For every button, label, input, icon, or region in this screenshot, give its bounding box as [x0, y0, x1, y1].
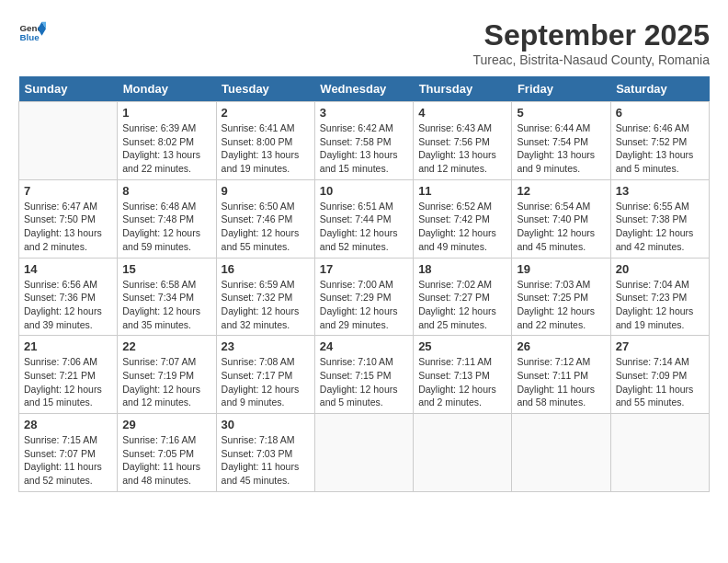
- calendar-cell: 3Sunrise: 6:42 AMSunset: 7:58 PMDaylight…: [314, 102, 413, 180]
- day-info: Sunrise: 6:46 AMSunset: 7:52 PMDaylight:…: [616, 121, 704, 176]
- weekday-header-row: SundayMondayTuesdayWednesdayThursdayFrid…: [19, 76, 710, 102]
- calendar-cell: 18Sunrise: 7:02 AMSunset: 7:27 PMDayligh…: [414, 258, 512, 336]
- day-info: Sunrise: 6:51 AMSunset: 7:44 PMDaylight:…: [320, 200, 408, 254]
- day-info: Sunrise: 7:03 AMSunset: 7:25 PMDaylight:…: [517, 278, 605, 332]
- title-area: September 2025 Tureac, Bistrita-Nasaud C…: [472, 18, 710, 67]
- calendar-cell: [314, 414, 413, 492]
- week-row-4: 21Sunrise: 7:06 AMSunset: 7:21 PMDayligh…: [19, 336, 710, 414]
- calendar-cell: 27Sunrise: 7:14 AMSunset: 7:09 PMDayligh…: [610, 336, 709, 414]
- weekday-header-friday: Friday: [512, 76, 610, 102]
- day-number: 19: [517, 262, 605, 276]
- day-info: Sunrise: 6:39 AMSunset: 8:02 PMDaylight:…: [122, 121, 210, 176]
- day-number: 24: [320, 339, 408, 353]
- calendar-cell: 4Sunrise: 6:43 AMSunset: 7:56 PMDaylight…: [414, 102, 512, 180]
- calendar-header: SundayMondayTuesdayWednesdayThursdayFrid…: [19, 76, 710, 102]
- calendar-cell: 9Sunrise: 6:50 AMSunset: 7:46 PMDaylight…: [216, 179, 314, 258]
- calendar-cell: 24Sunrise: 7:10 AMSunset: 7:15 PMDayligh…: [314, 336, 413, 414]
- day-info: Sunrise: 6:58 AMSunset: 7:34 PMDaylight:…: [122, 278, 210, 332]
- day-number: 8: [122, 184, 210, 198]
- calendar-cell: 26Sunrise: 7:12 AMSunset: 7:11 PMDayligh…: [512, 336, 610, 414]
- logo-icon: General Blue: [18, 18, 46, 46]
- calendar-cell: 25Sunrise: 7:11 AMSunset: 7:13 PMDayligh…: [414, 336, 512, 414]
- day-number: 26: [517, 339, 605, 353]
- day-number: 22: [122, 339, 210, 353]
- weekday-header-tuesday: Tuesday: [216, 76, 314, 102]
- calendar-cell: 10Sunrise: 6:51 AMSunset: 7:44 PMDayligh…: [314, 179, 413, 258]
- day-info: Sunrise: 6:50 AMSunset: 7:46 PMDaylight:…: [222, 200, 310, 254]
- day-info: Sunrise: 7:14 AMSunset: 7:09 PMDaylight:…: [616, 355, 704, 409]
- weekday-header-wednesday: Wednesday: [314, 76, 413, 102]
- day-number: 6: [616, 106, 704, 120]
- day-info: Sunrise: 7:02 AMSunset: 7:27 PMDaylight:…: [418, 278, 506, 332]
- calendar-cell: 7Sunrise: 6:47 AMSunset: 7:50 PMDaylight…: [19, 179, 118, 258]
- day-info: Sunrise: 6:48 AMSunset: 7:48 PMDaylight:…: [122, 200, 210, 254]
- calendar-cell: 30Sunrise: 7:18 AMSunset: 7:03 PMDayligh…: [216, 414, 314, 492]
- location-subtitle: Tureac, Bistrita-Nasaud County, Romania: [472, 52, 710, 67]
- svg-text:Blue: Blue: [20, 32, 40, 42]
- day-info: Sunrise: 6:41 AMSunset: 8:00 PMDaylight:…: [222, 121, 310, 176]
- calendar-cell: 5Sunrise: 6:44 AMSunset: 7:54 PMDaylight…: [512, 102, 610, 180]
- calendar-cell: 8Sunrise: 6:48 AMSunset: 7:48 PMDaylight…: [118, 179, 216, 258]
- calendar-cell: 29Sunrise: 7:16 AMSunset: 7:05 PMDayligh…: [118, 414, 216, 492]
- calendar-cell: 1Sunrise: 6:39 AMSunset: 8:02 PMDaylight…: [118, 102, 216, 180]
- weekday-header-sunday: Sunday: [19, 76, 118, 102]
- day-number: 1: [122, 106, 210, 120]
- calendar-cell: 2Sunrise: 6:41 AMSunset: 8:00 PMDaylight…: [216, 102, 314, 180]
- day-info: Sunrise: 7:16 AMSunset: 7:05 PMDaylight:…: [122, 433, 210, 488]
- week-row-1: 1Sunrise: 6:39 AMSunset: 8:02 PMDaylight…: [19, 102, 710, 180]
- day-number: 30: [222, 418, 310, 431]
- calendar-cell: 6Sunrise: 6:46 AMSunset: 7:52 PMDaylight…: [610, 102, 709, 180]
- day-info: Sunrise: 6:56 AMSunset: 7:36 PMDaylight:…: [24, 278, 112, 332]
- calendar-cell: [19, 102, 118, 180]
- day-info: Sunrise: 6:59 AMSunset: 7:32 PMDaylight:…: [222, 278, 310, 332]
- day-info: Sunrise: 7:12 AMSunset: 7:11 PMDaylight:…: [517, 355, 605, 409]
- weekday-header-saturday: Saturday: [610, 76, 709, 102]
- day-info: Sunrise: 6:55 AMSunset: 7:38 PMDaylight:…: [616, 200, 704, 254]
- calendar-cell: 17Sunrise: 7:00 AMSunset: 7:29 PMDayligh…: [314, 258, 413, 336]
- day-info: Sunrise: 7:06 AMSunset: 7:21 PMDaylight:…: [24, 355, 112, 409]
- day-number: 23: [222, 339, 310, 353]
- day-number: 10: [320, 184, 408, 198]
- weekday-header-monday: Monday: [118, 76, 216, 102]
- calendar-cell: 22Sunrise: 7:07 AMSunset: 7:19 PMDayligh…: [118, 336, 216, 414]
- day-number: 20: [616, 262, 704, 276]
- calendar-cell: 19Sunrise: 7:03 AMSunset: 7:25 PMDayligh…: [512, 258, 610, 336]
- week-row-5: 28Sunrise: 7:15 AMSunset: 7:07 PMDayligh…: [19, 414, 710, 492]
- day-number: 5: [517, 106, 605, 120]
- calendar-cell: 16Sunrise: 6:59 AMSunset: 7:32 PMDayligh…: [216, 258, 314, 336]
- day-number: 28: [24, 418, 112, 431]
- day-number: 13: [616, 184, 704, 198]
- day-info: Sunrise: 7:04 AMSunset: 7:23 PMDaylight:…: [616, 278, 704, 332]
- day-info: Sunrise: 7:10 AMSunset: 7:15 PMDaylight:…: [320, 355, 408, 409]
- day-info: Sunrise: 6:54 AMSunset: 7:40 PMDaylight:…: [517, 200, 605, 254]
- day-number: 2: [222, 106, 310, 120]
- calendar-cell: [512, 414, 610, 492]
- day-number: 16: [222, 262, 310, 276]
- day-number: 7: [24, 184, 112, 198]
- day-info: Sunrise: 7:11 AMSunset: 7:13 PMDaylight:…: [418, 355, 506, 409]
- day-number: 4: [418, 106, 506, 120]
- day-number: 25: [418, 339, 506, 353]
- day-number: 14: [24, 262, 112, 276]
- calendar-cell: 15Sunrise: 6:58 AMSunset: 7:34 PMDayligh…: [118, 258, 216, 336]
- day-info: Sunrise: 7:15 AMSunset: 7:07 PMDaylight:…: [24, 433, 112, 488]
- day-number: 27: [616, 339, 704, 353]
- logo: General Blue: [18, 18, 46, 46]
- calendar-cell: 21Sunrise: 7:06 AMSunset: 7:21 PMDayligh…: [19, 336, 118, 414]
- calendar-cell: 11Sunrise: 6:52 AMSunset: 7:42 PMDayligh…: [414, 179, 512, 258]
- day-info: Sunrise: 6:42 AMSunset: 7:58 PMDaylight:…: [320, 121, 408, 176]
- calendar-cell: 20Sunrise: 7:04 AMSunset: 7:23 PMDayligh…: [610, 258, 709, 336]
- calendar-cell: 13Sunrise: 6:55 AMSunset: 7:38 PMDayligh…: [610, 179, 709, 258]
- day-info: Sunrise: 6:47 AMSunset: 7:50 PMDaylight:…: [24, 200, 112, 254]
- header: General Blue September 2025 Tureac, Bist…: [18, 18, 710, 67]
- calendar-cell: [414, 414, 512, 492]
- week-row-3: 14Sunrise: 6:56 AMSunset: 7:36 PMDayligh…: [19, 258, 710, 336]
- calendar-cell: [610, 414, 709, 492]
- day-number: 3: [320, 106, 408, 120]
- day-info: Sunrise: 7:18 AMSunset: 7:03 PMDaylight:…: [222, 433, 310, 488]
- day-number: 17: [320, 262, 408, 276]
- calendar-body: 1Sunrise: 6:39 AMSunset: 8:02 PMDaylight…: [19, 102, 710, 492]
- calendar-cell: 23Sunrise: 7:08 AMSunset: 7:17 PMDayligh…: [216, 336, 314, 414]
- calendar-cell: 12Sunrise: 6:54 AMSunset: 7:40 PMDayligh…: [512, 179, 610, 258]
- calendar-table: SundayMondayTuesdayWednesdayThursdayFrid…: [18, 76, 710, 492]
